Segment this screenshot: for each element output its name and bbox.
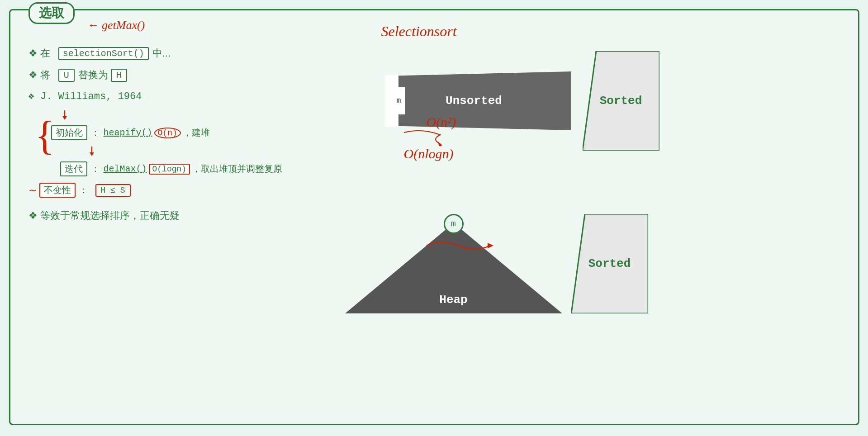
init-label: 初始化 — [51, 125, 87, 140]
main-container: 选取 ← getMax() ❖ 在 selectionSort() 中... ❖… — [9, 9, 859, 425]
unsorted-shape: Unsorted m — [350, 71, 576, 130]
replace-text: 替换为 — [78, 68, 108, 82]
brace-symbol: { — [35, 117, 55, 154]
right-panel: Selectionsort Unsorted m So — [327, 10, 858, 424]
complexity-on2: O(n²) — [427, 114, 456, 130]
init-suffix: ，建堆 — [183, 127, 210, 139]
bullet-selection-sort: ❖ 在 selectionSort() 中... — [28, 47, 313, 60]
sorted-label-top: Sorted — [600, 94, 642, 108]
m-marker-top: m — [393, 87, 405, 114]
last-bullet-text: ❖ 等效于常规选择排序，正确无疑 — [28, 209, 180, 223]
selection-sort-code: selectionSort() — [58, 47, 149, 60]
down-arrow-2 — [87, 147, 313, 159]
invariant-label: 不变性 — [39, 183, 76, 198]
invariant-line: ∼ 不变性 ： H ≤ S — [28, 183, 313, 198]
top-diagram: Unsorted m Sorted — [350, 51, 659, 151]
williams-text: ❖ J. Williams, 1964 — [28, 90, 142, 102]
get-max-label: ← getMax() — [87, 19, 145, 32]
brace-init: 初始化 ： heapify() O(n) ，建堆 — [51, 125, 313, 140]
iterate-label: 迭代 — [60, 161, 87, 176]
invariant-expr: H ≤ S — [95, 184, 131, 197]
invariant-colon: ： — [79, 184, 88, 196]
left-panel: ← getMax() ❖ 在 selectionSort() 中... ❖ 将 … — [10, 10, 327, 424]
bullet-replace: ❖ 将 U 替换为 H — [28, 68, 313, 82]
heap-label: Heap — [439, 293, 467, 307]
unsorted-label: Unsorted — [446, 94, 502, 108]
bullet-diamond-1: ❖ 在 — [28, 47, 50, 60]
svg-marker-1 — [62, 116, 67, 120]
brace-items: 初始化 ： heapify() O(n) ，建堆 迭代 ： — [47, 110, 313, 176]
sorted-box-bottom: Sorted — [571, 214, 648, 313]
brace-section: { 初始化 ： heapify() O(n) ，建堆 — [47, 110, 313, 176]
svg-marker-10 — [488, 243, 493, 248]
red-arrow-complexity — [399, 128, 445, 148]
init-colon: ： — [91, 127, 100, 139]
ologn-complexity: O(logn) — [149, 164, 190, 175]
bullet1-suffix: 中... — [152, 47, 171, 60]
iterate-colon: ： — [91, 163, 100, 175]
brace-iterate: 迭代 ： delMax() O(logn) ，取出堆顶并调整复原 — [51, 161, 313, 176]
code-U: U — [58, 69, 75, 82]
selectionsort-heading: Selectionsort — [381, 23, 457, 40]
iterate-suffix: ，取出堆顶并调整复原 — [192, 163, 282, 175]
red-squiggle-bottom — [422, 237, 494, 257]
bullet-williams: ❖ J. Williams, 1964 — [28, 90, 313, 102]
heapify-func: heapify() — [104, 128, 152, 138]
bullet-diamond-2: ❖ 将 — [28, 68, 50, 82]
last-bullet: ❖ 等效于常规选择排序，正确无疑 — [28, 209, 313, 223]
svg-marker-7 — [438, 142, 442, 146]
code-H: H — [111, 69, 127, 82]
complexity-onlogn: O(nlogn) — [404, 146, 454, 161]
sorted-label-bottom: Sorted — [588, 257, 631, 270]
sorted-box-top: Sorted — [583, 51, 659, 151]
down-arrow-1 — [60, 110, 313, 123]
bottom-diagram: Heap m Sorted — [345, 214, 648, 313]
delmax-func: delMax() — [104, 164, 147, 174]
svg-marker-3 — [90, 152, 94, 156]
on-complexity: O(n) — [154, 128, 181, 138]
curvy-mark: ∼ — [28, 185, 37, 196]
m-circle-top: m — [444, 214, 464, 234]
